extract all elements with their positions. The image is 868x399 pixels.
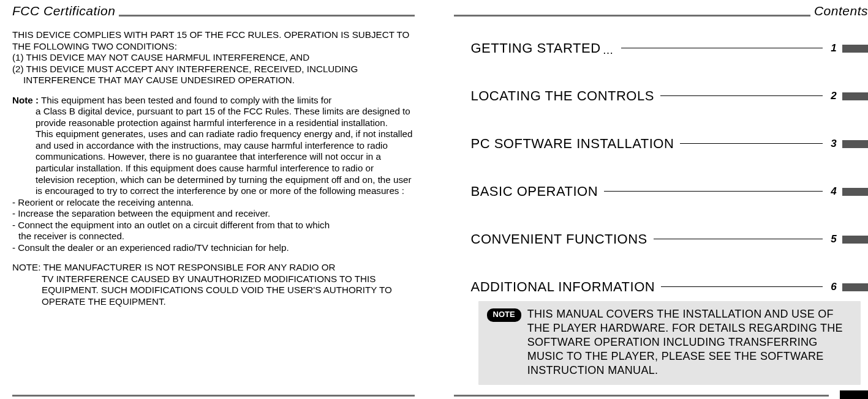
toc-row-locating-controls: LOCATING THE CONTROLS 2 [471,88,869,104]
right-title-row: Contents [454,1,869,18]
fcc-final-note: NOTE: THE MANUFACTURER IS NOT RESPONSIBL… [12,262,415,307]
fcc-final-line1: THE MANUFACTURER IS NOT RESPONSIBLE FOR … [43,262,335,272]
toc-leader-line [661,286,823,287]
toc-page-number: 1 [828,42,840,54]
toc-title: LOCATING THE CONTROLS [471,88,654,104]
right-page-title: Contents [814,4,868,18]
fcc-measure-3b: the receiver is connected. [12,231,415,242]
toc-row-pc-software: PC SOFTWARE INSTALLATION 3 [471,136,869,152]
toc-right-group: 5 [828,233,868,245]
left-bottom-rule [12,395,415,397]
fcc-condition-1: (1) THIS DEVICE MAY NOT CAUSE HARMFUL IN… [12,52,415,64]
toc-tab-icon [842,92,868,100]
toc-tab-icon [842,140,868,148]
toc-right-group: 3 [828,138,868,150]
left-body: THIS DEVICE COMPLIES WITH PART 15 OF THE… [12,29,415,308]
two-page-spread: FCC Certification THIS DEVICE COMPLIES W… [0,0,868,399]
toc-dots-icon: … [603,44,615,57]
toc-page-number: 2 [828,90,840,102]
toc-page-number: 3 [828,138,840,150]
fcc-note-p1-rest: a Class B digital device, pursuant to pa… [12,106,415,129]
toc-title: PC SOFTWARE INSTALLATION [471,136,674,152]
toc-leader-line [654,239,823,239]
toc-tab-icon [842,283,868,291]
toc-row-basic-operation: BASIC OPERATION 4 [471,184,869,200]
toc-title: GETTING STARTED [471,40,601,56]
toc-row-additional-info: ADDITIONAL INFORMATION 6 [471,279,869,295]
toc-page-number: 4 [828,185,840,198]
fcc-measure-4: - Consult the dealer or an experienced r… [12,242,415,254]
toc: GETTING STARTED … 1 LOCATING THE CONTROL… [454,40,869,385]
fcc-measure-3a: - Connect the equipment into an outlet o… [12,220,415,231]
toc-leader-line [621,48,823,48]
fcc-note-p2: This equipment generates, uses and can r… [12,129,415,196]
toc-tab-icon [842,45,868,53]
right-title-rule [454,15,810,17]
left-page: FCC Certification THIS DEVICE COMPLIES W… [0,0,434,399]
toc-leader-line [604,191,823,192]
toc-right-group: 6 [828,281,868,293]
right-page: Contents GETTING STARTED … 1 LOCATING TH… [434,0,869,399]
toc-right-group: 4 [828,185,868,198]
left-page-title: FCC Certification [12,4,115,18]
toc-leader-line [680,143,823,144]
corner-tab-icon [840,390,868,399]
fcc-measures-list: - Reorient or relocate the receiving ant… [12,197,415,254]
toc-title: BASIC OPERATION [471,184,598,200]
toc-leader-line [660,95,823,96]
right-bottom-rule [454,395,829,397]
fcc-final-rest: TV INTERFERENCE CAUSED BY UNAUTHORIZED M… [12,274,415,308]
toc-tab-icon [842,188,868,196]
fcc-condition-2a: (2) THIS DEVICE MUST ACCEPT ANY INTERFER… [12,64,415,75]
toc-right-group: 2 [828,90,868,102]
note-pill: NOTE [487,308,521,322]
toc-row-convenient-functions: CONVENIENT FUNCTIONS 5 [471,231,869,247]
fcc-condition-2b: INTERFERENCE THAT MAY CAUSE UNDESIRED OP… [12,75,415,86]
fcc-intro: THIS DEVICE COMPLIES WITH PART 15 OF THE… [12,29,415,52]
toc-row-getting-started: GETTING STARTED … 1 [471,40,869,56]
fcc-measure-2: - Increase the separation between the eq… [12,208,415,220]
toc-tab-icon [842,236,868,244]
toc-title: CONVENIENT FUNCTIONS [471,231,647,247]
fcc-note-label: Note : [12,95,39,105]
fcc-note-line1: This equipment has been tested and found… [41,95,331,105]
fcc-note-block: Note : This equipment has been tested an… [12,95,415,197]
toc-title: ADDITIONAL INFORMATION [471,279,655,295]
note-text: THIS MANUAL COVERS THE INSTALLATION AND … [527,307,852,378]
toc-right-group: 1 [828,42,868,54]
toc-page-number: 5 [828,233,840,245]
left-title-row: FCC Certification [12,1,415,18]
toc-page-number: 6 [828,281,840,293]
fcc-measure-1: - Reorient or relocate the receiving ant… [12,197,415,209]
left-title-rule [119,15,414,17]
contents-note-box: NOTE THIS MANUAL COVERS THE INSTALLATION… [478,301,861,385]
fcc-final-label: NOTE: [12,262,40,272]
